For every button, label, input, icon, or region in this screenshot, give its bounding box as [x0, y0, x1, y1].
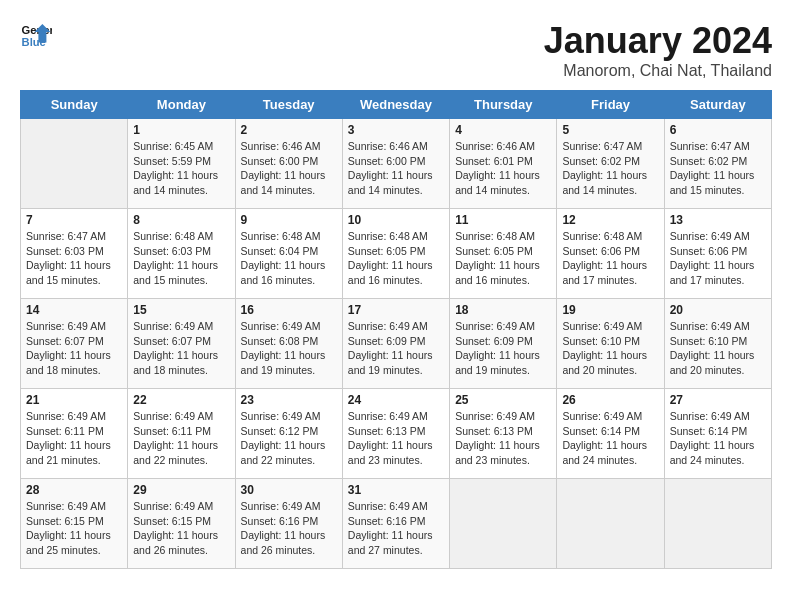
day-number: 23 [241, 393, 337, 407]
calendar-cell: 31Sunrise: 6:49 AM Sunset: 6:16 PM Dayli… [342, 479, 449, 569]
day-number: 6 [670, 123, 766, 137]
calendar-cell: 19Sunrise: 6:49 AM Sunset: 6:10 PM Dayli… [557, 299, 664, 389]
day-number: 19 [562, 303, 658, 317]
calendar-cell: 4Sunrise: 6:46 AM Sunset: 6:01 PM Daylig… [450, 119, 557, 209]
calendar-cell: 8Sunrise: 6:48 AM Sunset: 6:03 PM Daylig… [128, 209, 235, 299]
calendar-week-row: 7Sunrise: 6:47 AM Sunset: 6:03 PM Daylig… [21, 209, 772, 299]
day-info: Sunrise: 6:48 AM Sunset: 6:05 PM Dayligh… [455, 229, 551, 288]
calendar-cell: 23Sunrise: 6:49 AM Sunset: 6:12 PM Dayli… [235, 389, 342, 479]
day-number: 8 [133, 213, 229, 227]
day-info: Sunrise: 6:47 AM Sunset: 6:02 PM Dayligh… [562, 139, 658, 198]
day-info: Sunrise: 6:48 AM Sunset: 6:03 PM Dayligh… [133, 229, 229, 288]
day-info: Sunrise: 6:46 AM Sunset: 6:00 PM Dayligh… [241, 139, 337, 198]
day-number: 4 [455, 123, 551, 137]
calendar-cell: 30Sunrise: 6:49 AM Sunset: 6:16 PM Dayli… [235, 479, 342, 569]
day-number: 16 [241, 303, 337, 317]
day-info: Sunrise: 6:49 AM Sunset: 6:11 PM Dayligh… [26, 409, 122, 468]
calendar-cell: 29Sunrise: 6:49 AM Sunset: 6:15 PM Dayli… [128, 479, 235, 569]
day-number: 3 [348, 123, 444, 137]
day-info: Sunrise: 6:48 AM Sunset: 6:04 PM Dayligh… [241, 229, 337, 288]
day-info: Sunrise: 6:47 AM Sunset: 6:03 PM Dayligh… [26, 229, 122, 288]
calendar-cell: 17Sunrise: 6:49 AM Sunset: 6:09 PM Dayli… [342, 299, 449, 389]
calendar-cell: 7Sunrise: 6:47 AM Sunset: 6:03 PM Daylig… [21, 209, 128, 299]
calendar-week-row: 21Sunrise: 6:49 AM Sunset: 6:11 PM Dayli… [21, 389, 772, 479]
day-info: Sunrise: 6:49 AM Sunset: 6:15 PM Dayligh… [26, 499, 122, 558]
day-info: Sunrise: 6:49 AM Sunset: 6:10 PM Dayligh… [562, 319, 658, 378]
weekday-header: Sunday [21, 91, 128, 119]
weekday-header: Friday [557, 91, 664, 119]
day-number: 18 [455, 303, 551, 317]
calendar-cell: 22Sunrise: 6:49 AM Sunset: 6:11 PM Dayli… [128, 389, 235, 479]
calendar-cell: 25Sunrise: 6:49 AM Sunset: 6:13 PM Dayli… [450, 389, 557, 479]
calendar-cell: 1Sunrise: 6:45 AM Sunset: 5:59 PM Daylig… [128, 119, 235, 209]
day-info: Sunrise: 6:46 AM Sunset: 6:01 PM Dayligh… [455, 139, 551, 198]
day-info: Sunrise: 6:49 AM Sunset: 6:11 PM Dayligh… [133, 409, 229, 468]
calendar-cell [557, 479, 664, 569]
calendar-cell: 14Sunrise: 6:49 AM Sunset: 6:07 PM Dayli… [21, 299, 128, 389]
calendar-cell: 18Sunrise: 6:49 AM Sunset: 6:09 PM Dayli… [450, 299, 557, 389]
calendar-cell: 26Sunrise: 6:49 AM Sunset: 6:14 PM Dayli… [557, 389, 664, 479]
day-info: Sunrise: 6:49 AM Sunset: 6:13 PM Dayligh… [348, 409, 444, 468]
day-number: 9 [241, 213, 337, 227]
day-number: 21 [26, 393, 122, 407]
calendar-cell: 12Sunrise: 6:48 AM Sunset: 6:06 PM Dayli… [557, 209, 664, 299]
calendar-cell [450, 479, 557, 569]
title-area: January 2024 Manorom, Chai Nat, Thailand [544, 20, 772, 80]
weekday-header-row: SundayMondayTuesdayWednesdayThursdayFrid… [21, 91, 772, 119]
page-header: General Blue January 2024 Manorom, Chai … [20, 20, 772, 80]
day-number: 25 [455, 393, 551, 407]
day-number: 17 [348, 303, 444, 317]
weekday-header: Saturday [664, 91, 771, 119]
day-number: 28 [26, 483, 122, 497]
weekday-header: Wednesday [342, 91, 449, 119]
day-number: 2 [241, 123, 337, 137]
day-number: 27 [670, 393, 766, 407]
calendar-cell: 28Sunrise: 6:49 AM Sunset: 6:15 PM Dayli… [21, 479, 128, 569]
day-number: 31 [348, 483, 444, 497]
day-number: 12 [562, 213, 658, 227]
calendar-title: January 2024 [544, 20, 772, 62]
day-number: 24 [348, 393, 444, 407]
calendar-week-row: 28Sunrise: 6:49 AM Sunset: 6:15 PM Dayli… [21, 479, 772, 569]
logo: General Blue [20, 20, 52, 52]
day-info: Sunrise: 6:47 AM Sunset: 6:02 PM Dayligh… [670, 139, 766, 198]
day-info: Sunrise: 6:48 AM Sunset: 6:06 PM Dayligh… [562, 229, 658, 288]
calendar-cell: 9Sunrise: 6:48 AM Sunset: 6:04 PM Daylig… [235, 209, 342, 299]
day-info: Sunrise: 6:49 AM Sunset: 6:08 PM Dayligh… [241, 319, 337, 378]
calendar-cell: 3Sunrise: 6:46 AM Sunset: 6:00 PM Daylig… [342, 119, 449, 209]
calendar-week-row: 14Sunrise: 6:49 AM Sunset: 6:07 PM Dayli… [21, 299, 772, 389]
day-info: Sunrise: 6:49 AM Sunset: 6:14 PM Dayligh… [562, 409, 658, 468]
day-number: 1 [133, 123, 229, 137]
day-number: 26 [562, 393, 658, 407]
day-number: 30 [241, 483, 337, 497]
day-info: Sunrise: 6:49 AM Sunset: 6:13 PM Dayligh… [455, 409, 551, 468]
calendar-cell: 11Sunrise: 6:48 AM Sunset: 6:05 PM Dayli… [450, 209, 557, 299]
day-number: 15 [133, 303, 229, 317]
day-info: Sunrise: 6:49 AM Sunset: 6:12 PM Dayligh… [241, 409, 337, 468]
calendar-cell: 2Sunrise: 6:46 AM Sunset: 6:00 PM Daylig… [235, 119, 342, 209]
day-info: Sunrise: 6:49 AM Sunset: 6:06 PM Dayligh… [670, 229, 766, 288]
day-info: Sunrise: 6:48 AM Sunset: 6:05 PM Dayligh… [348, 229, 444, 288]
calendar-cell [21, 119, 128, 209]
day-info: Sunrise: 6:49 AM Sunset: 6:09 PM Dayligh… [455, 319, 551, 378]
day-info: Sunrise: 6:49 AM Sunset: 6:09 PM Dayligh… [348, 319, 444, 378]
calendar-cell: 27Sunrise: 6:49 AM Sunset: 6:14 PM Dayli… [664, 389, 771, 479]
weekday-header: Thursday [450, 91, 557, 119]
day-info: Sunrise: 6:49 AM Sunset: 6:07 PM Dayligh… [26, 319, 122, 378]
calendar-table: SundayMondayTuesdayWednesdayThursdayFrid… [20, 90, 772, 569]
day-number: 22 [133, 393, 229, 407]
calendar-cell: 15Sunrise: 6:49 AM Sunset: 6:07 PM Dayli… [128, 299, 235, 389]
day-number: 29 [133, 483, 229, 497]
calendar-cell: 24Sunrise: 6:49 AM Sunset: 6:13 PM Dayli… [342, 389, 449, 479]
day-info: Sunrise: 6:49 AM Sunset: 6:16 PM Dayligh… [348, 499, 444, 558]
day-number: 5 [562, 123, 658, 137]
day-number: 7 [26, 213, 122, 227]
logo-icon: General Blue [20, 20, 52, 52]
day-info: Sunrise: 6:49 AM Sunset: 6:10 PM Dayligh… [670, 319, 766, 378]
day-number: 11 [455, 213, 551, 227]
weekday-header: Monday [128, 91, 235, 119]
day-number: 14 [26, 303, 122, 317]
calendar-cell [664, 479, 771, 569]
calendar-cell: 10Sunrise: 6:48 AM Sunset: 6:05 PM Dayli… [342, 209, 449, 299]
day-number: 20 [670, 303, 766, 317]
